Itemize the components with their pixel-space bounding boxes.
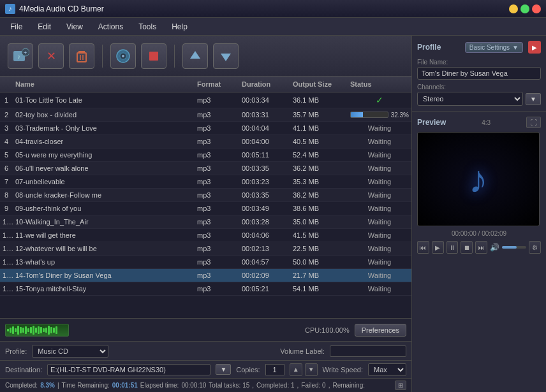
row-size: 35.3 MB: [290, 177, 348, 187]
encode-button[interactable]: [110, 43, 136, 69]
up-button[interactable]: [182, 43, 208, 69]
table-row[interactable]: 6 06-u'll never walk alone mp3 00:03:35 …: [0, 162, 411, 175]
copies-up-button[interactable]: ▲: [290, 363, 302, 376]
profile-select[interactable]: Music CD: [32, 345, 108, 358]
channels-dropdown-button[interactable]: ▼: [526, 93, 541, 105]
down-button[interactable]: [213, 43, 239, 69]
menu-edit[interactable]: Edit: [30, 20, 59, 34]
table-row[interactable]: 3 03-Trademark - Only Love mp3 00:04:04 …: [0, 122, 411, 135]
copies-spinners: ▲ ▼: [290, 363, 318, 376]
preview-title: Preview: [417, 118, 446, 127]
menu-tools[interactable]: Tools: [131, 20, 164, 34]
minimize-button[interactable]: [509, 4, 518, 13]
play-button[interactable]: ▶: [432, 241, 444, 254]
toolbar: ♪ + ✕: [0, 36, 411, 76]
table-row[interactable]: 15 15-Tonya mitchell-Stay mp3 00:05:21 5…: [0, 282, 411, 296]
header-status[interactable]: Status: [348, 79, 411, 89]
table-row[interactable]: 12 12-whatever will be will be mp3 00:02…: [0, 242, 411, 256]
row-format: mp3: [195, 230, 239, 240]
table-row[interactable]: 13 13-what's up mp3 00:04:57 50.0 MB Wai…: [0, 256, 411, 269]
row-name: 08-uncle kracker-Follow me: [13, 190, 195, 200]
row-duration: 00:04:04: [239, 123, 290, 133]
table-row[interactable]: 8 08-uncle kracker-Follow me mp3 00:03:3…: [0, 189, 411, 202]
table-row[interactable]: 10 10-Walking_In_The_Air mp3 00:03:28 35…: [0, 215, 411, 229]
row-size: 50.0 MB: [290, 257, 348, 267]
forward-button[interactable]: ⏭: [475, 241, 487, 254]
status-time-remaining-value: 00:01:51: [112, 382, 138, 389]
file-name-input[interactable]: [417, 67, 541, 80]
preview-ratio: 4:3: [482, 119, 491, 126]
cancel-button[interactable]: ✕: [38, 43, 64, 69]
dest-dropdown-button[interactable]: ▼: [216, 364, 231, 375]
volume-slider[interactable]: [502, 246, 526, 249]
status-waiting: Waiting: [348, 123, 411, 133]
row-format: mp3: [195, 123, 239, 133]
waveform-bar: [40, 327, 42, 333]
add-file-button[interactable]: ♪ +: [8, 43, 33, 69]
rewind-button[interactable]: ⏮: [417, 241, 429, 254]
menu-view[interactable]: View: [59, 20, 91, 34]
table-row[interactable]: 9 09-usher-think of you mp3 00:03:49 38.…: [0, 202, 411, 215]
header-name[interactable]: Name: [13, 79, 195, 89]
header-duration[interactable]: Duration: [239, 79, 290, 89]
header-size[interactable]: Output Size: [290, 79, 348, 89]
copies-input[interactable]: [265, 364, 284, 375]
delete-button[interactable]: [69, 43, 94, 69]
table-row[interactable]: 7 07-unbelievable mp3 00:03:23 35.3 MB W…: [0, 175, 411, 189]
table-row[interactable]: 14 14-Tom's Diner by Susan Vega mp3 00:0…: [0, 269, 411, 282]
svg-rect-4: [77, 53, 86, 62]
basic-settings-label: Basic Settings: [469, 44, 510, 51]
row-number: 13: [0, 257, 13, 267]
header-format[interactable]: Format: [195, 79, 239, 89]
menu-file[interactable]: File: [3, 20, 30, 34]
table-row[interactable]: 5 05-u were my everything mp3 00:05:11 5…: [0, 149, 411, 162]
close-button[interactable]: [532, 4, 541, 13]
waveform-bar: [33, 326, 34, 335]
stop-preview-button[interactable]: ⏹: [461, 241, 473, 254]
row-number: 14: [0, 270, 13, 280]
write-speed-select[interactable]: Max: [368, 363, 406, 376]
row-duration: 00:02:09: [239, 270, 290, 280]
status-waiting: Waiting: [348, 270, 411, 280]
table-row[interactable]: 1 01-Too Little Too Late mp3 00:03:34 36…: [0, 92, 411, 108]
stop-button[interactable]: [141, 43, 166, 69]
row-number: 12: [0, 243, 13, 254]
status-time-remaining-label: Time Remaining:: [62, 382, 110, 389]
preferences-button[interactable]: Preferences: [355, 324, 406, 337]
volume-label-input[interactable]: [330, 345, 406, 357]
maximize-button[interactable]: [520, 4, 529, 13]
basic-settings-button[interactable]: Basic Settings ▼: [465, 42, 523, 53]
destination-input[interactable]: [47, 364, 210, 375]
toolbar-divider-2: [174, 45, 175, 68]
pause-button[interactable]: ⏸: [446, 241, 459, 254]
profile-title: Profile: [417, 43, 441, 52]
preview-screen-button[interactable]: ⛶: [526, 117, 541, 128]
menu-help[interactable]: Help: [164, 20, 195, 34]
settings-preview-button[interactable]: ⚙: [529, 241, 541, 254]
row-size: 41.5 MB: [290, 230, 348, 240]
status-waiting: Waiting: [348, 230, 411, 240]
status-failed: Failed: 0: [301, 382, 325, 389]
status-pipe-1: |: [57, 382, 59, 389]
menu-actions[interactable]: Actions: [91, 20, 131, 34]
waveform-bar: [27, 328, 29, 332]
channels-select[interactable]: Stereo Mono: [417, 92, 523, 106]
destination-row: Destination: ▼ Copies: ▲ ▼ Write Speed: …: [0, 360, 411, 378]
svg-text:+: +: [24, 50, 27, 56]
table-row[interactable]: 4 04-travis-closer mp3 00:04:00 40.5 MB …: [0, 135, 411, 149]
row-duration: 00:04:06: [239, 230, 290, 240]
table-row[interactable]: 11 11-we will get there mp3 00:04:06 41.…: [0, 229, 411, 242]
svg-point-12: [122, 55, 124, 57]
status-expand-button[interactable]: ⊞: [395, 381, 406, 390]
svg-text:♪: ♪: [17, 53, 20, 60]
status-waiting: Waiting: [348, 177, 411, 187]
row-size: 35.7 MB: [290, 110, 348, 120]
profile-expand-button[interactable]: ▶: [528, 41, 541, 54]
row-number: 10: [0, 217, 13, 227]
row-format: mp3: [195, 110, 239, 120]
row-name: 07-unbelievable: [13, 177, 195, 187]
copies-down-button[interactable]: ▼: [305, 363, 318, 376]
row-size: 38.6 MB: [290, 203, 348, 214]
row-size: 52.4 MB: [290, 150, 348, 160]
table-row[interactable]: 2 02-toy box - divided mp3 00:03:31 35.7…: [0, 108, 411, 122]
